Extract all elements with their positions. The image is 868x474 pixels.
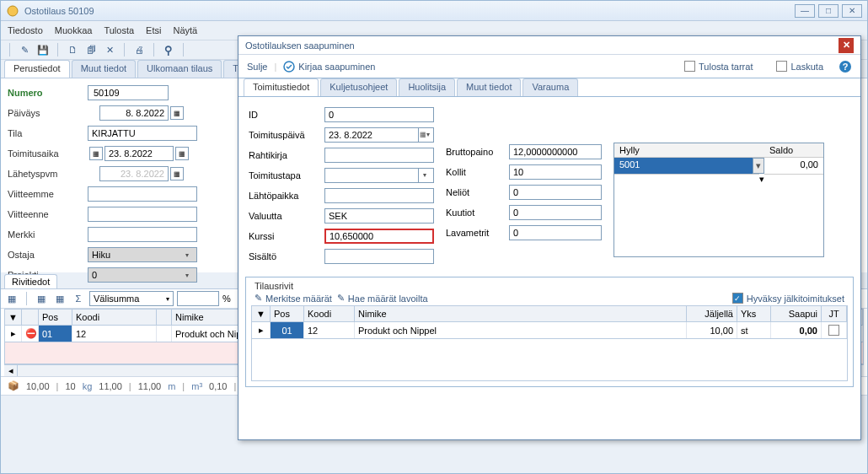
hae-button[interactable]: ✎Hae määrät lavoilta xyxy=(337,293,428,304)
laskuta-check[interactable]: Laskuta xyxy=(776,61,823,72)
fld-viitteemme[interactable] xyxy=(88,186,197,202)
close-button[interactable]: ✕ xyxy=(842,4,862,18)
hylly-row[interactable]: 5001 ▾ 0,00 xyxy=(614,158,823,174)
hyvaksy-check[interactable]: ✓Hyväksy jälkitoimitukset xyxy=(732,293,844,304)
fld-valuutta[interactable]: SEK xyxy=(324,208,434,224)
kirjaa-button[interactable]: Kirjaa saapuminen xyxy=(283,61,375,73)
jt-check[interactable] xyxy=(828,325,839,336)
fld-neliot[interactable]: 0 xyxy=(509,185,602,200)
print-icon[interactable]: 🖨 xyxy=(131,42,147,57)
lbl-numero: Numero xyxy=(8,88,88,98)
minimize-button[interactable]: — xyxy=(795,4,815,18)
lbl-viitteemme: Viitteemme xyxy=(8,189,88,199)
tab-perustiedot[interactable]: Perustiedot xyxy=(4,60,70,78)
dtab-muut-tiedot[interactable]: Muut tiedot xyxy=(457,78,521,96)
dtab-varauma[interactable]: Varauma xyxy=(522,78,578,96)
edit-icon: ✎ xyxy=(337,293,345,304)
fld-merkki[interactable] xyxy=(88,227,197,242)
menu-muokkaa[interactable]: Muokkaa xyxy=(55,25,93,35)
calendar-icon[interactable]: ▦ xyxy=(170,167,184,180)
pct-field[interactable] xyxy=(177,291,219,306)
gh-yks[interactable]: Yks xyxy=(737,306,771,321)
lbl-viitteenne: Viitteenne xyxy=(8,209,88,219)
fld-numero[interactable] xyxy=(88,85,169,100)
dialog-title: Ostotilauksen saapuminen xyxy=(245,40,355,51)
gh-pos[interactable]: Pos xyxy=(271,306,304,321)
hylly-head-saldo[interactable]: Saldo xyxy=(764,143,823,157)
gh-blank2 xyxy=(157,310,172,325)
gh-koodi[interactable]: Koodi xyxy=(72,310,157,325)
gh-pos[interactable]: Pos xyxy=(39,310,72,325)
fld-ostaja[interactable]: Hiku▾ xyxy=(88,247,197,262)
tilausrivit-legend: Tilausrivit xyxy=(251,281,297,291)
fld-toimitustapa[interactable]: ▾ xyxy=(324,168,434,183)
gh-expand[interactable]: ▼ xyxy=(252,306,271,321)
help-icon[interactable]: ? xyxy=(839,60,852,73)
fld-tila[interactable]: KIRJATTU xyxy=(88,126,197,141)
fld-kuutiot[interactable]: 0 xyxy=(509,205,602,220)
grid-icon[interactable]: ▦ xyxy=(4,291,19,306)
fld-lavametrit[interactable]: 0 xyxy=(509,225,602,240)
hylly-head-hylly[interactable]: Hylly xyxy=(614,143,764,157)
fld-viitteenne[interactable] xyxy=(88,207,197,222)
new-doc-icon[interactable]: 🗋 xyxy=(65,42,80,57)
gc-pos[interactable]: 01 xyxy=(39,326,72,342)
fld-rahtikirja[interactable] xyxy=(324,148,434,163)
lbl-toimitustapa: Toimitustapa xyxy=(249,170,324,180)
menu-tulosta[interactable]: Tulosta xyxy=(104,25,134,35)
lbl-toimitusaika: Toimitusaika xyxy=(8,148,88,159)
gc-koodi[interactable]: 12 xyxy=(72,326,157,342)
gh-nimike[interactable]: Nimike xyxy=(355,306,687,321)
menu-etsi[interactable]: Etsi xyxy=(146,25,161,35)
edit-icon[interactable]: ✎ xyxy=(17,42,32,57)
tab-muut-tiedot[interactable]: Muut tiedot xyxy=(72,60,136,78)
fld-id[interactable]: 0 xyxy=(324,107,434,122)
valisumma-select[interactable]: Välisumma▾ xyxy=(89,291,174,306)
fld-paivays[interactable]: 8. 8.2022 xyxy=(99,105,169,121)
fld-toimitusaika[interactable]: 23. 8.2022 xyxy=(104,146,174,161)
grid-icon[interactable]: ▦ xyxy=(34,291,49,306)
gh-saapui[interactable]: Saapui xyxy=(771,306,822,321)
fld-kurssi[interactable]: 10,650000 xyxy=(324,229,434,244)
tilausrivit-group: Tilausrivit ✎Merkitse määrät ✎Hae määrät… xyxy=(245,277,854,387)
calendar-icon[interactable]: ▦ xyxy=(170,106,184,120)
fld-projekti[interactable]: 0▾ xyxy=(88,267,197,283)
save-icon[interactable]: 💾 xyxy=(35,42,51,57)
calendar-icon[interactable]: ▦ xyxy=(175,147,189,160)
tulosta-tarrat-check[interactable]: Tulosta tarrat xyxy=(684,61,753,72)
menu-tiedosto[interactable]: Tiedosto xyxy=(8,25,43,35)
fld-lahtopaikka[interactable] xyxy=(324,188,434,203)
dtab-toimitustiedot[interactable]: Toimitustiedot xyxy=(244,78,319,96)
hylly-saldo: 0,00 xyxy=(764,158,823,174)
grid-icon[interactable]: ▦ xyxy=(52,291,67,306)
gh-jt[interactable]: JT xyxy=(822,306,847,321)
dialog-close-button[interactable]: ✕ xyxy=(839,38,854,53)
tilausrivit-row[interactable]: ▸ 01 12 Produkt och Nippel 10,00 st 0,00 xyxy=(251,322,848,339)
fld-lahetyspvm[interactable]: 23. 8.2022 xyxy=(99,166,169,181)
delete-icon[interactable]: ✕ xyxy=(102,42,117,57)
fld-toimituspvm[interactable]: 23. 8.2022▦▾ xyxy=(324,127,434,143)
maximize-button[interactable]: □ xyxy=(818,4,839,18)
check-icon xyxy=(283,61,295,73)
gh-blank xyxy=(22,310,39,325)
lbl-lahetyspvm: Lähetyspvm xyxy=(8,169,88,179)
calendar-icon[interactable]: ▦ xyxy=(89,147,103,160)
copy-doc-icon[interactable]: 🗐 xyxy=(83,42,99,57)
gh-expand[interactable]: ▼ xyxy=(5,310,22,325)
dtab-huolitsija[interactable]: Huolitsija xyxy=(399,78,455,96)
search-icon[interactable]: ⚲ xyxy=(161,42,176,57)
gh-koodi[interactable]: Koodi xyxy=(304,306,355,321)
dtab-kuljetusohjeet[interactable]: Kuljetusohjeet xyxy=(320,78,397,96)
fld-sisalto[interactable] xyxy=(324,249,434,264)
fld-kollit[interactable]: 10 xyxy=(509,164,602,180)
fld-bruttopaino[interactable]: 12,0000000000 xyxy=(509,144,602,159)
menu-nayta[interactable]: Näytä xyxy=(173,25,197,35)
tab-rivitiedot[interactable]: Rivitiedot xyxy=(4,274,57,288)
sulje-button[interactable]: Sulje xyxy=(247,62,267,72)
sigma-icon[interactable]: Σ xyxy=(71,291,86,306)
app-icon xyxy=(6,4,19,18)
gh-jaljella[interactable]: Jäljellä xyxy=(687,306,737,321)
edit-icon: ✎ xyxy=(255,293,262,304)
tab-ulkomaan-tilaus[interactable]: Ulkomaan tilaus xyxy=(137,60,222,78)
merkitse-button[interactable]: ✎Merkitse määrät xyxy=(255,293,332,304)
